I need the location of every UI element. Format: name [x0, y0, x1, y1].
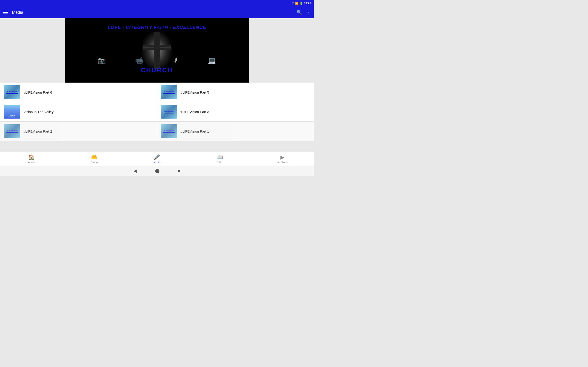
media-item-2[interactable]: #LIFEVision #LIFEVision Part 5 [157, 83, 314, 102]
bottom-nav: 🏠 About 🤲 Giving 🎤 Media 📖 Bible ▶ Live … [0, 152, 314, 166]
home-icon: 🏠 [28, 154, 35, 160]
media-item-4[interactable]: #LIFEVision #LIFEVision Part 3 [157, 102, 314, 121]
hero-subtitle: CHURCH [65, 67, 249, 74]
livestream-icon: ▶ [280, 154, 284, 160]
nav-item-livestream[interactable]: ▶ Live Stream [273, 154, 292, 164]
video-camera-icon: 📹 [135, 57, 143, 64]
time: 10:26 [304, 2, 311, 5]
more-options-button[interactable]: ⋮ [306, 10, 311, 15]
thumbnail-6: #LIFEVision [161, 124, 177, 138]
menu-button[interactable] [3, 11, 8, 14]
nav-label-media: Media [153, 161, 160, 164]
giving-icon: 🤲 [91, 154, 97, 160]
thumbnail-2: #LIFEVision [161, 85, 177, 99]
media-item-1[interactable]: #LIFEVision #LIFEVision Part 6 [0, 83, 157, 102]
laptop-icon: 💻 [208, 57, 216, 64]
page-title: Media [12, 10, 296, 15]
status-icons: ▼ 📶 🔋 10:26 [292, 2, 311, 5]
media-title-2: #LIFEVision Part 5 [181, 90, 209, 94]
media-title-3: Vision In The Valley [23, 110, 53, 114]
app-bar: Media 🔍 ⋮ [0, 6, 314, 18]
hero-banner: LOVE - INTEGRITY FAITH - EXCELLENCE [65, 18, 249, 83]
thumbnail-5: #LIFEVision [4, 124, 20, 138]
back-button[interactable]: ◀ [133, 168, 137, 173]
media-item-5[interactable]: #LIFEVision #LIFEVision Part 2 [0, 122, 157, 141]
bible-icon: 📖 [216, 154, 223, 160]
thumbnail-1: #LIFEVision [4, 85, 20, 99]
signal-icon: 📶 [295, 2, 299, 5]
nav-label-bible: Bible [217, 161, 222, 164]
search-button[interactable]: 🔍 [296, 10, 302, 15]
media-item-3[interactable]: Vision In The Valley Vision In The Valle… [0, 102, 157, 121]
media-title-5: #LIFEVision Part 2 [23, 129, 52, 133]
media-icon: 🎤 [154, 154, 160, 160]
nav-label-about: About [28, 161, 35, 164]
media-item-6[interactable]: #LIFEVision #LIFEVision Part 1 [157, 122, 314, 141]
thumbnail-3: Vision In The Valley [4, 105, 20, 119]
status-bar: ▼ 📶 🔋 10:26 [0, 0, 314, 6]
nav-item-giving[interactable]: 🤲 Giving [85, 154, 103, 164]
thumbnail-4: #LIFEVision [161, 105, 177, 119]
nav-label-giving: Giving [90, 161, 98, 164]
home-button[interactable]: ⬤ [155, 168, 160, 173]
recents-button[interactable]: ■ [178, 169, 181, 173]
battery-icon: 🔋 [300, 2, 303, 5]
media-title-6: #LIFEVision Part 1 [181, 129, 209, 133]
nav-item-about[interactable]: 🏠 About [22, 154, 41, 164]
nav-item-media[interactable]: 🎤 Media [148, 154, 166, 164]
hero-icons-row: 📷 📹 🎙 💻 [65, 57, 249, 64]
app-bar-actions: 🔍 ⋮ [296, 10, 311, 15]
media-list: #LIFEVision #LIFEVision Part 6 #LIFEVisi… [0, 83, 314, 141]
system-nav: ◀ ⬤ ■ [0, 166, 314, 176]
hero-tagline: LOVE - INTEGRITY FAITH - EXCELLENCE [65, 25, 249, 30]
nav-item-bible[interactable]: 📖 Bible [210, 154, 229, 164]
microphone-icon: 🎙 [172, 57, 179, 64]
wifi-icon: ▼ [292, 2, 294, 5]
media-title-1: #LIFEVision Part 6 [23, 90, 52, 94]
media-title-4: #LIFEVision Part 3 [181, 110, 209, 114]
nav-label-livestream: Live Stream [276, 161, 289, 164]
camera-icon: 📷 [98, 57, 106, 64]
